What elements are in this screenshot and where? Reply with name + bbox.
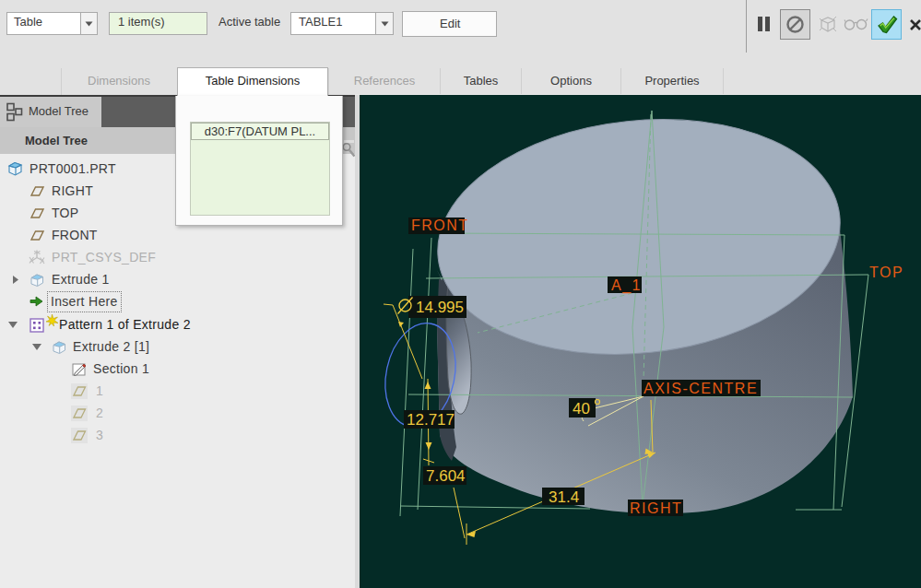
svg-text:TOP: TOP (869, 265, 903, 280)
svg-text:40: 40 (573, 400, 590, 417)
svg-text:AXIS-CENTRE: AXIS-CENTRE (644, 381, 758, 396)
svg-text:14.995: 14.995 (416, 299, 464, 316)
svg-text:FRONT: FRONT (411, 218, 469, 233)
svg-text:A_1: A_1 (611, 277, 642, 294)
svg-text:31.4: 31.4 (549, 488, 579, 506)
svg-text:RIGHT: RIGHT (630, 500, 682, 516)
svg-text:12.717: 12.717 (407, 411, 455, 429)
svg-text:7.604: 7.604 (426, 467, 466, 485)
